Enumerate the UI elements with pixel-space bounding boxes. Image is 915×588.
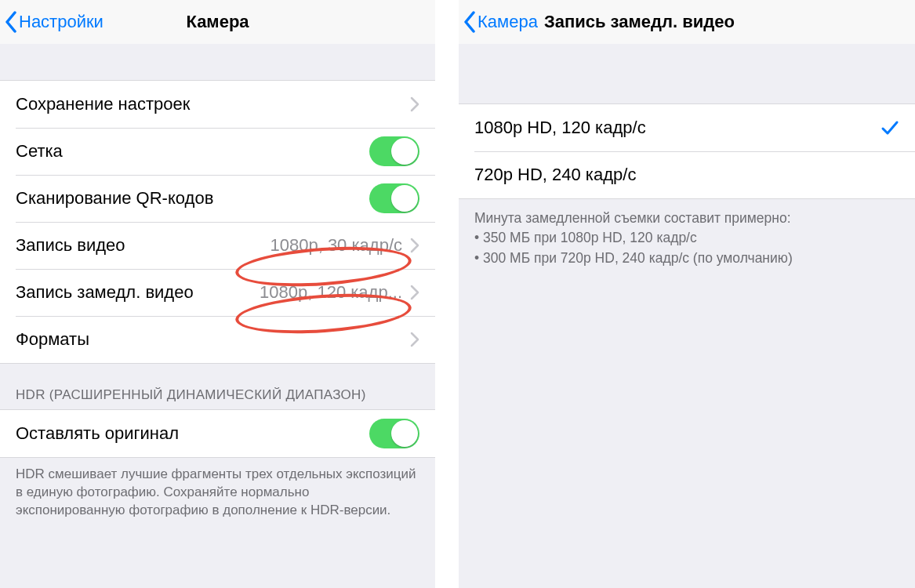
option-720p-240[interactable]: 720p HD, 240 кадр/с (459, 151, 915, 198)
chevron-right-icon (410, 285, 419, 300)
chevron-left-icon (463, 11, 476, 33)
spacer (0, 44, 435, 80)
option-label: 720p HD, 240 кадр/с (474, 165, 636, 185)
footnote-line-1: • 350 МБ при 1080p HD, 120 кадр/с (474, 228, 899, 248)
checkmark-icon (881, 118, 899, 137)
toggle-grid[interactable] (369, 136, 419, 166)
row-keep-original[interactable]: Оставлять оригинал (0, 410, 435, 457)
row-detail: 1080p, 30 кадр/с (270, 235, 402, 256)
footnote: Минута замедленной съемки составит приме… (459, 199, 915, 281)
back-button[interactable]: Камера (463, 11, 538, 33)
hdr-section-header: HDR (РАСШИРЕННЫЙ ДИНАМИЧЕСКИЙ ДИАПАЗОН) (0, 364, 435, 409)
row-video-record[interactable]: Запись видео 1080p, 30 кадр/с (0, 222, 435, 269)
row-qr-scan[interactable]: Сканирование QR-кодов (0, 175, 435, 222)
spacer (459, 44, 915, 103)
row-label: Запись замедл. видео (16, 282, 194, 303)
option-1080p-120[interactable]: 1080p HD, 120 кадр/с (459, 104, 915, 151)
back-label: Камера (477, 13, 538, 31)
page-title: Камера (186, 12, 249, 32)
row-formats[interactable]: Форматы (0, 316, 435, 363)
hdr-group: Оставлять оригинал (0, 409, 435, 458)
row-label: Запись видео (16, 235, 125, 256)
slomo-options-group: 1080p HD, 120 кадр/с 720p HD, 240 кадр/с (459, 103, 915, 199)
footnote-line-2: • 300 МБ при 720p HD, 240 кадр/с (по умо… (474, 249, 899, 268)
back-button[interactable]: Настройки (5, 11, 103, 33)
panel-gap (435, 0, 459, 588)
chevron-left-icon (5, 11, 17, 33)
chevron-right-icon (410, 332, 419, 347)
row-label: Сохранение настроек (16, 94, 190, 114)
row-label: Оставлять оригинал (16, 423, 179, 444)
footnote-title: Минута замедленной съемки составит приме… (474, 209, 899, 228)
row-label: Сканирование QR-кодов (16, 188, 213, 209)
page-title: Запись замедл. видео (544, 12, 735, 32)
row-label: Форматы (16, 329, 89, 350)
row-label: Сетка (16, 141, 63, 162)
back-label: Настройки (19, 13, 103, 31)
row-grid[interactable]: Сетка (0, 128, 435, 175)
navbar-left: Настройки Камера (0, 0, 435, 44)
row-save-settings[interactable]: Сохранение настроек (0, 81, 435, 128)
toggle-qr[interactable] (369, 183, 419, 213)
camera-settings-panel: Настройки Камера Сохранение настроек Сет… (0, 0, 435, 588)
chevron-right-icon (410, 238, 419, 253)
row-detail: 1080p, 120 кадр... (260, 282, 402, 303)
chevron-right-icon (410, 96, 419, 112)
toggle-keep-original[interactable] (369, 419, 419, 448)
slomo-settings-panel: Камера Запись замедл. видео 1080p HD, 12… (459, 0, 915, 588)
row-slomo-record[interactable]: Запись замедл. видео 1080p, 120 кадр... (0, 269, 435, 316)
hdr-footer-text: HDR смешивает лучшие фрагменты трех отде… (0, 458, 435, 532)
navbar-right: Камера Запись замедл. видео (459, 0, 915, 44)
camera-settings-group: Сохранение настроек Сетка Сканирование Q… (0, 80, 435, 364)
option-label: 1080p HD, 120 кадр/с (474, 118, 646, 138)
